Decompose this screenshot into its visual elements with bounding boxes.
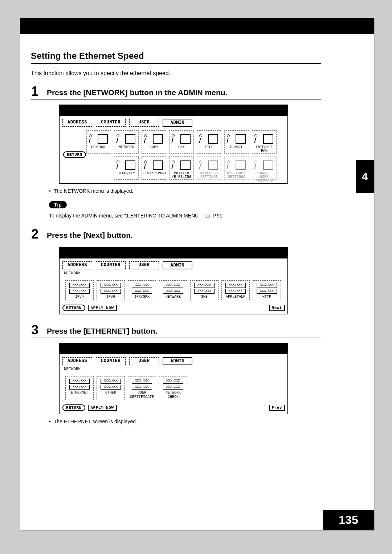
tab-admin[interactable]: ADMIN xyxy=(163,357,192,365)
tab-counter[interactable]: COUNTER xyxy=(96,119,126,127)
value-placeholder: XXX.XXX xyxy=(101,385,121,390)
value-placeholder: XXX.XXX xyxy=(69,379,90,384)
tab-admin[interactable]: ADMIN xyxy=(163,119,192,127)
tab-address[interactable]: ADDRESS xyxy=(62,119,92,127)
admin-cell-change-user-password: CHANGE USER PASSWORD xyxy=(252,156,277,180)
cell-label: NETWARE xyxy=(166,295,181,299)
network-cell-ethernet[interactable]: XXX.XXX XXX.XXX ETHERNET xyxy=(65,376,94,400)
value-placeholder: XXX.XXX xyxy=(101,283,121,288)
return-button[interactable]: RETURN xyxy=(63,151,86,158)
tip-text: To display the ADMIN menu, see "1.ENTERI… xyxy=(49,213,321,219)
return-button[interactable]: RETURN xyxy=(62,404,85,411)
cell-label: IPX/SPX xyxy=(134,295,150,299)
breadcrumb: NETWORK xyxy=(60,365,287,372)
value-placeholder: XXX.XXX xyxy=(69,283,90,288)
heading-rule xyxy=(31,63,321,64)
value-placeholder: XXX.XXX xyxy=(69,385,90,390)
step-3: 3 Press the [ETHERNET] button. ADDRESS C… xyxy=(31,327,321,424)
apply-now-button[interactable]: APPLY NOW xyxy=(88,305,117,311)
network-cell-other[interactable]: XXX.XXX XXX.XXX OTHER xyxy=(97,376,125,400)
gear-icon xyxy=(89,134,92,137)
tab-user[interactable]: USER xyxy=(129,357,159,365)
network-cell-network-check[interactable]: XXX.XXX XXX.XXX NETWORK CHECK xyxy=(159,376,187,400)
admin-cell-security[interactable]: SECURITY xyxy=(114,156,139,180)
page-number-box: 135 xyxy=(323,510,374,530)
tab-address[interactable]: ADDRESS xyxy=(62,357,92,365)
network-grid-page2: XXX.XXX XXX.XXX ETHERNET XXX.XXX XXX.XXX… xyxy=(60,372,287,403)
cell-label: OTHER xyxy=(105,391,116,395)
cell-label: E-MAIL xyxy=(225,145,248,150)
network-cell-netware[interactable]: XXX.XXX XXX.XXX NETWARE xyxy=(159,280,187,300)
chapter-tab: 4 xyxy=(356,160,374,193)
next-button[interactable]: Next xyxy=(269,305,285,311)
cell-label: IPv6 xyxy=(106,295,115,299)
cell-label: COPY xyxy=(143,145,165,150)
value-placeholder: XXX.XXX xyxy=(163,289,183,294)
value-placeholder: XXX.XXX xyxy=(257,283,277,288)
tip-page-ref: P.91 xyxy=(213,213,222,219)
chapter-number: 4 xyxy=(362,170,368,183)
step-2: 2 Press the [Next] button. ADDRESS COUNT… xyxy=(31,231,321,314)
tab-row: ADDRESS COUNTER USER ADMIN xyxy=(60,354,287,365)
cell-label: IPv4 xyxy=(75,295,84,299)
apply-now-button[interactable]: APPLY NOW xyxy=(88,405,117,411)
admin-cell-copy[interactable]: COPY xyxy=(142,130,166,154)
tab-user[interactable]: USER xyxy=(129,119,159,127)
network-cell-user-certificate[interactable]: XXX.XXX XXX.XXX USER CERTIFICATE xyxy=(128,376,156,400)
cell-label: FAX xyxy=(170,145,193,150)
admin-cell-printer-efiling[interactable]: PRINTER /E-FILING xyxy=(169,156,194,180)
network-cell-http[interactable]: XXX.XXX XXX.XXX HTTP xyxy=(253,280,281,300)
cell-label: PRINTER /E-FILING xyxy=(170,171,193,180)
cell-label: FILE xyxy=(198,145,220,150)
tab-counter[interactable]: COUNTER xyxy=(96,357,126,365)
prev-button[interactable]: Prev xyxy=(269,405,285,411)
admin-cell-fax[interactable]: FAX xyxy=(169,130,194,154)
value-placeholder: XXX.XXX xyxy=(225,283,246,288)
admin-cell-internet-fax[interactable]: INTERNET FAX xyxy=(252,130,277,154)
tab-address[interactable]: ADDRESS xyxy=(62,261,92,269)
return-button[interactable]: RETURN xyxy=(62,305,85,311)
step-title: Press the [NETWORK] button in the ADMIN … xyxy=(47,88,321,97)
network-cell-ipv6[interactable]: XXX.XXX XXX.XXX IPv6 xyxy=(97,280,125,300)
network-cell-smb[interactable]: XXX.XXX XXX.XXX SMB xyxy=(190,280,219,300)
step-rule xyxy=(31,99,321,99)
screenshot-panel-2: ADDRESS COUNTER USER ADMIN NETWORK XXX.X… xyxy=(59,247,288,314)
step-title: Press the [ETHERNET] button. xyxy=(47,327,321,335)
admin-cell-network[interactable]: NETWORK xyxy=(114,130,139,154)
cell-label: ETHERNET xyxy=(71,391,88,395)
admin-cell-email[interactable]: E-MAIL xyxy=(224,130,249,154)
admin-cell-general[interactable]: GENERAL xyxy=(86,130,111,154)
value-placeholder: XXX.XXX xyxy=(132,283,152,288)
tab-admin[interactable]: ADMIN xyxy=(163,261,192,269)
step-number: 2 xyxy=(31,227,38,242)
cell-label: GENERAL xyxy=(87,145,110,150)
value-placeholder: XXX.XXX xyxy=(132,385,152,390)
tab-user[interactable]: USER xyxy=(129,261,159,269)
breadcrumb: NETWORK xyxy=(60,269,287,276)
value-placeholder: XXX.XXX xyxy=(257,289,277,294)
network-cell-ipv4[interactable]: XXX.XXX XXX.XXX IPv4 xyxy=(65,280,94,300)
cell-label: LIST/REPORT xyxy=(143,171,165,176)
value-placeholder: XXX.XXX xyxy=(132,289,152,294)
value-placeholder: XXX.XXX xyxy=(194,283,215,288)
page: Setting the Ethernet Speed This function… xyxy=(20,18,374,530)
step-number: 1 xyxy=(31,84,38,99)
network-cell-appletalk[interactable]: XXX.XXX XXX.XXX APPLETALK xyxy=(221,280,250,300)
page-title: Setting the Ethernet Speed xyxy=(31,51,321,61)
tip-text-main: To display the ADMIN menu, see "1.ENTERI… xyxy=(49,213,202,219)
step-1: 1 Press the [NETWORK] button in the ADMI… xyxy=(31,88,321,219)
cell-label: APPLETALK xyxy=(226,295,245,299)
value-placeholder: XXX.XXX xyxy=(101,289,121,294)
admin-cell-list-report[interactable]: LIST/REPORT xyxy=(142,156,166,180)
network-cell-ipxspx[interactable]: XXX.XXX XXX.XXX IPX/SPX xyxy=(128,280,156,300)
tab-counter[interactable]: COUNTER xyxy=(96,261,126,269)
cell-label: WIRELESS SETTINGS xyxy=(198,171,220,180)
step-title: Press the [Next] button. xyxy=(47,231,321,240)
step-rule xyxy=(31,242,321,242)
value-placeholder: XXX.XXX xyxy=(69,289,90,294)
admin-cell-file[interactable]: FILE xyxy=(197,130,221,154)
tab-row: ADDRESS COUNTER USER ADMIN xyxy=(60,116,287,127)
cell-label: INTERNET FAX xyxy=(253,145,275,154)
description-text: This function allows you to specify the … xyxy=(31,70,321,77)
cell-label: NETWORK xyxy=(115,145,138,150)
